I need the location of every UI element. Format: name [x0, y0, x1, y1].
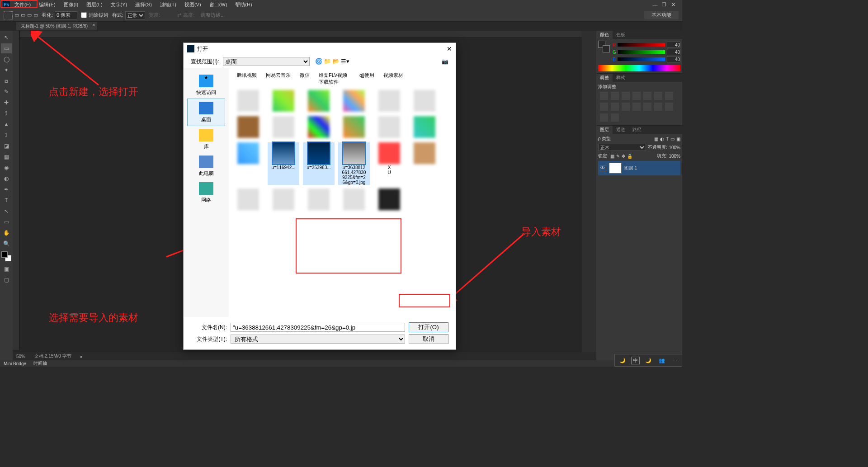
move-tool[interactable]: ↖ — [1, 33, 12, 42]
file-item[interactable] — [409, 142, 440, 185]
type-tool[interactable]: T — [1, 195, 12, 205]
dialog-file-list[interactable]: 腾讯视频 网易云音乐 微信 维棠FLV视频下载软件 qjj使用 视频素材 — [229, 68, 456, 317]
lock-pixels-icon[interactable]: ✎ — [616, 154, 620, 159]
place-libraries[interactable]: 库 — [187, 126, 225, 153]
file-item[interactable] — [373, 116, 405, 139]
shortcut-item[interactable]: qjj使用 — [359, 72, 374, 85]
quickmask-tool[interactable]: ▣ — [1, 264, 12, 274]
file-item[interactable] — [409, 116, 440, 139]
adj-curves-icon[interactable] — [622, 92, 630, 100]
foreground-color[interactable] — [1, 251, 8, 258]
adj-threshold-icon[interactable] — [665, 103, 673, 111]
adj-exposure-icon[interactable] — [632, 92, 641, 100]
workspace-switcher[interactable]: 基本功能 — [644, 11, 679, 19]
layer-name[interactable]: 图层 1 — [624, 165, 637, 171]
nav-up-icon[interactable]: 📁 — [324, 58, 331, 65]
layer-row[interactable]: 👁 图层 1 — [598, 161, 680, 175]
refine-edge-button[interactable]: 调整边缘... — [198, 11, 227, 19]
file-item[interactable] — [338, 90, 370, 113]
zoom-tool[interactable]: 🔍 — [1, 239, 12, 249]
file-item[interactable] — [338, 189, 370, 211]
brush-tool[interactable]: ℐ — [1, 108, 12, 118]
shape-mode-intersect-icon[interactable]: ▭ — [33, 12, 38, 18]
file-item[interactable] — [303, 90, 335, 113]
marquee-tool[interactable]: ▭ — [1, 43, 12, 53]
place-this-pc[interactable]: 此电脑 — [187, 153, 225, 179]
filter-adjust-icon[interactable]: ◐ — [660, 137, 664, 142]
lock-transparent-icon[interactable]: ▦ — [610, 154, 614, 159]
shape-mode-new-icon[interactable]: ▭ — [14, 12, 19, 18]
open-button[interactable]: 打开(O) — [409, 322, 448, 332]
tab-mini-bridge[interactable]: Mini Bridge — [0, 361, 30, 366]
file-item[interactable] — [303, 189, 335, 211]
pen-tool[interactable]: ✒ — [1, 184, 12, 194]
tab-layers[interactable]: 图层 — [596, 126, 613, 134]
layer-filter-kind[interactable]: ρ 类型 — [598, 136, 611, 142]
g-slider[interactable] — [618, 50, 665, 54]
lock-all-icon[interactable]: 🔒 — [627, 154, 632, 159]
menu-window[interactable]: 窗口(W) — [206, 0, 231, 9]
file-item[interactable] — [373, 90, 405, 113]
b-input[interactable] — [667, 56, 680, 62]
tray-people-icon[interactable]: 👥 — [657, 357, 667, 364]
place-quick-access[interactable]: ★快速访问 — [187, 72, 225, 99]
file-item[interactable]: XU — [373, 142, 405, 185]
adj-vibrance-icon[interactable] — [643, 92, 651, 100]
r-input[interactable] — [667, 42, 680, 48]
file-item[interactable] — [268, 116, 299, 139]
file-item[interactable] — [303, 116, 335, 139]
lasso-tool[interactable]: ◯ — [1, 54, 12, 64]
tab-timeline[interactable]: 时间轴 — [30, 360, 51, 367]
gradient-tool[interactable]: ▦ — [1, 152, 12, 162]
b-slider[interactable] — [618, 57, 665, 61]
adj-lookup-icon[interactable] — [632, 103, 641, 111]
shortcut-item[interactable]: 网易云音乐 — [266, 72, 291, 85]
eyedropper-tool[interactable]: ✎ — [1, 87, 12, 97]
ime-indicator[interactable]: 中 — [631, 357, 640, 364]
file-item[interactable] — [268, 189, 299, 211]
adj-gradient-icon[interactable] — [600, 113, 608, 122]
filename-input[interactable] — [231, 323, 405, 332]
file-item[interactable] — [232, 142, 264, 185]
nav-view-icon[interactable]: ☰▾ — [341, 58, 348, 65]
place-desktop[interactable]: 桌面 — [187, 99, 225, 126]
blur-tool[interactable]: ◉ — [1, 163, 12, 173]
file-item[interactable] — [338, 116, 370, 139]
adj-mixer-icon[interactable] — [622, 103, 630, 111]
tray-more-icon[interactable]: ⋯ — [670, 357, 679, 364]
lock-position-icon[interactable]: ✥ — [622, 154, 625, 159]
menu-view[interactable]: 视图(V) — [181, 0, 205, 9]
menu-image[interactable]: 图像(I) — [60, 0, 82, 9]
minimize-icon[interactable]: — — [652, 2, 658, 8]
tray-moon2-icon[interactable]: 🌙 — [643, 357, 653, 364]
eraser-tool[interactable]: ◪ — [1, 141, 12, 151]
file-item[interactable] — [232, 90, 264, 113]
menu-select[interactable]: 选择(S) — [132, 0, 156, 9]
history-brush-tool[interactable]: ℐ — [1, 130, 12, 140]
file-item[interactable] — [373, 189, 405, 211]
tab-channels[interactable]: 通道 — [613, 126, 629, 134]
screenmode-tool[interactable]: ▢ — [1, 275, 12, 285]
feather-input[interactable] — [55, 11, 77, 19]
file-item-selected[interactable]: u=253963... — [303, 142, 335, 185]
file-item-selected[interactable]: u=3638812 661,427830 9225&fm=2 6&gp=0.jp… — [338, 142, 370, 185]
adj-selective-icon[interactable] — [611, 113, 619, 122]
shortcut-item[interactable]: 维棠FLV视频下载软件 — [319, 72, 350, 85]
tab-swatches[interactable]: 色板 — [613, 31, 629, 39]
shape-mode-subtract-icon[interactable]: ▭ — [27, 12, 32, 18]
shortcut-item[interactable]: 视频素材 — [383, 72, 403, 85]
nav-back-icon[interactable]: 🌀 — [315, 58, 322, 65]
crop-tool[interactable]: ⧈ — [1, 76, 12, 86]
file-item[interactable] — [232, 116, 264, 139]
filetype-select[interactable]: 所有格式 — [231, 335, 405, 344]
dialog-close-icon[interactable]: ✕ — [447, 45, 452, 52]
antialias-checkbox[interactable] — [81, 12, 87, 18]
menu-edit[interactable]: 编辑(E) — [35, 0, 59, 9]
adj-balance-icon[interactable] — [665, 92, 673, 100]
tab-color[interactable]: 颜色 — [596, 31, 613, 39]
dodge-tool[interactable]: ◐ — [1, 174, 12, 184]
shortcut-item[interactable]: 腾讯视频 — [237, 72, 257, 85]
panel-bg-color[interactable] — [603, 45, 610, 52]
document-tab-close-icon[interactable]: × — [92, 23, 95, 28]
document-tab[interactable]: 未标题-1 @ 50% (图层 1, RGB/8) × — [16, 22, 97, 30]
